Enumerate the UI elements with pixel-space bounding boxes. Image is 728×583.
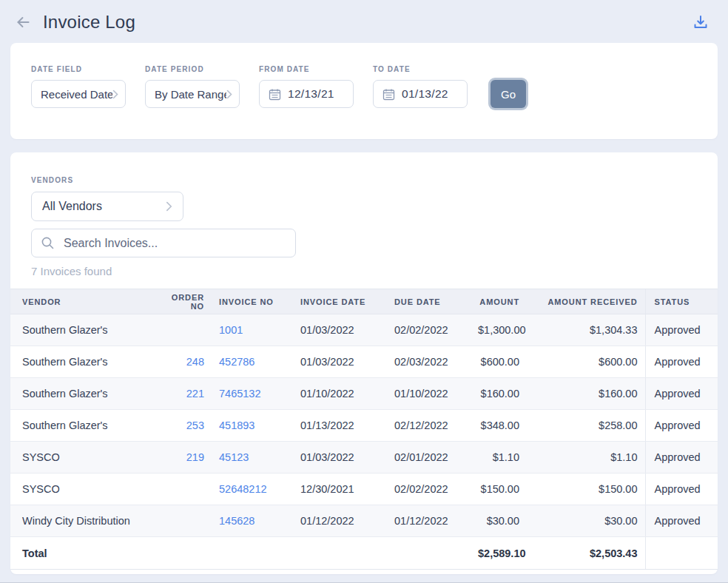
invoice-date-cell: 01/10/2022 bbox=[293, 378, 387, 410]
page-title: Invoice Log bbox=[43, 12, 135, 33]
date-period-select[interactable]: By Date Range bbox=[145, 80, 240, 108]
from-date-group: FROM DATE 12/13/21 bbox=[259, 65, 354, 108]
invoice-no-link[interactable]: 45123 bbox=[219, 451, 249, 463]
order-no-cell: 253 bbox=[151, 410, 212, 442]
vendor-cell: SYSCO bbox=[10, 474, 151, 505]
due-date-cell: 02/01/2022 bbox=[387, 442, 471, 474]
column-header-invoice-date: INVOICE DATE bbox=[293, 289, 387, 314]
to-date-value: 01/13/22 bbox=[402, 87, 448, 101]
status-cell: Approved bbox=[645, 346, 718, 378]
invoice-no-cell: 1001 bbox=[212, 314, 293, 346]
table-row: SYSCO5264821212/30/202102/02/2022$150.00… bbox=[10, 474, 718, 505]
chevron-right-icon bbox=[112, 90, 118, 99]
invoice-no-link[interactable]: 7465132 bbox=[219, 388, 260, 400]
date-field-select[interactable]: Received Date bbox=[31, 80, 126, 108]
calendar-icon bbox=[269, 88, 281, 101]
order-no-link[interactable]: 253 bbox=[186, 419, 204, 431]
invoice-table: VENDOR ORDER NO INVOICE NO INVOICE DATE … bbox=[10, 289, 718, 570]
vendor-cell: Southern Glazer's bbox=[10, 378, 151, 410]
date-field-label: DATE FIELD bbox=[31, 65, 126, 73]
invoice-no-cell: 45123 bbox=[212, 442, 293, 474]
invoice-date-cell: 12/30/2021 bbox=[293, 474, 387, 505]
amount-received-cell: $258.00 bbox=[527, 410, 645, 442]
amount-cell: $30.00 bbox=[471, 505, 527, 537]
table-header-row: VENDOR ORDER NO INVOICE NO INVOICE DATE … bbox=[10, 289, 718, 314]
order-no-link bbox=[151, 314, 212, 346]
date-field-value: Received Date bbox=[41, 88, 112, 101]
search-icon bbox=[41, 236, 55, 250]
order-no-cell: 219 bbox=[151, 442, 212, 474]
vendor-cell: SYSCO bbox=[10, 442, 151, 474]
to-date-label: TO DATE bbox=[373, 65, 468, 73]
invoice-no-link[interactable]: 451893 bbox=[219, 419, 255, 431]
date-field-group: DATE FIELD Received Date bbox=[31, 65, 126, 108]
amount-received-cell: $600.00 bbox=[527, 346, 645, 378]
invoice-no-cell: 52648212 bbox=[212, 474, 293, 505]
download-button[interactable] bbox=[688, 10, 713, 35]
status-cell: Approved bbox=[645, 314, 718, 346]
invoice-no-cell: 7465132 bbox=[212, 378, 293, 410]
status-cell: Approved bbox=[645, 474, 718, 505]
total-label: Total bbox=[10, 537, 151, 570]
column-header-order-no: ORDER NO bbox=[151, 289, 212, 314]
status-cell: Approved bbox=[645, 442, 718, 474]
results-count: 7 Invoices found bbox=[31, 265, 697, 277]
vendors-select[interactable]: All Vendors bbox=[31, 192, 183, 221]
table-row: Southern Glazer's24845278601/03/202202/0… bbox=[10, 346, 718, 378]
date-period-value: By Date Range bbox=[155, 88, 226, 101]
column-header-vendor: VENDOR bbox=[10, 289, 151, 314]
order-no-link[interactable]: 221 bbox=[186, 388, 204, 400]
back-button[interactable] bbox=[10, 10, 36, 35]
invoice-no-link[interactable]: 52648212 bbox=[219, 483, 267, 495]
download-icon bbox=[692, 13, 710, 31]
amount-cell: $1,300.00 bbox=[471, 314, 527, 346]
invoice-no-cell: 145628 bbox=[212, 505, 293, 537]
invoice-no-link[interactable]: 145628 bbox=[219, 515, 255, 527]
invoice-no-cell: 451893 bbox=[212, 410, 293, 442]
amount-received-cell: $1,304.33 bbox=[527, 314, 645, 346]
vendors-value: All Vendors bbox=[42, 200, 166, 213]
table-row: Southern Glazer's221746513201/10/202201/… bbox=[10, 378, 718, 410]
invoice-no-link[interactable]: 1001 bbox=[219, 324, 243, 336]
table-row: Southern Glazer's100101/03/202202/02/202… bbox=[10, 314, 718, 346]
total-row: Total $2,589.10 $2,503.43 bbox=[10, 537, 718, 570]
order-no-link[interactable]: 219 bbox=[186, 451, 204, 463]
search-input[interactable] bbox=[62, 236, 286, 251]
due-date-cell: 01/10/2022 bbox=[387, 378, 471, 410]
filters-card: DATE FIELD Received Date DATE PERIOD By … bbox=[10, 43, 718, 139]
table-row: Windy City Distribution14562801/12/20220… bbox=[10, 505, 718, 537]
go-button[interactable]: Go bbox=[491, 80, 526, 108]
column-header-invoice-no: INVOICE NO bbox=[212, 289, 293, 314]
amount-cell: $1.10 bbox=[471, 442, 527, 474]
order-no-cell: 248 bbox=[151, 346, 212, 378]
vendor-cell: Windy City Distribution bbox=[10, 505, 151, 537]
status-cell: Approved bbox=[645, 410, 718, 442]
from-date-value: 12/13/21 bbox=[288, 87, 334, 101]
invoice-date-cell: 01/03/2022 bbox=[293, 442, 387, 474]
top-bar: Invoice Log bbox=[0, 0, 728, 43]
search-box bbox=[31, 229, 296, 257]
to-date-group: TO DATE 01/13/22 bbox=[373, 65, 468, 108]
amount-received-cell: $160.00 bbox=[527, 378, 645, 410]
due-date-cell: 02/12/2022 bbox=[387, 410, 471, 442]
status-cell: Approved bbox=[645, 505, 718, 537]
order-no-link[interactable]: 248 bbox=[186, 356, 204, 368]
invoice-date-cell: 01/03/2022 bbox=[293, 346, 387, 378]
amount-cell: $348.00 bbox=[471, 410, 527, 442]
amount-cell: $600.00 bbox=[471, 346, 527, 378]
vendor-cell: Southern Glazer's bbox=[10, 314, 151, 346]
date-period-group: DATE PERIOD By Date Range bbox=[145, 65, 240, 108]
from-date-input[interactable]: 12/13/21 bbox=[259, 80, 354, 108]
amount-received-cell: $150.00 bbox=[527, 474, 645, 505]
chevron-right-icon bbox=[166, 201, 172, 212]
from-date-label: FROM DATE bbox=[259, 65, 354, 73]
chevron-right-icon bbox=[226, 90, 232, 99]
column-header-due-date: DUE DATE bbox=[387, 289, 471, 314]
amount-received-cell: $1.10 bbox=[527, 442, 645, 474]
amount-cell: $150.00 bbox=[471, 474, 527, 505]
to-date-input[interactable]: 01/13/22 bbox=[373, 80, 468, 108]
invoice-date-cell: 01/03/2022 bbox=[293, 314, 387, 346]
invoice-no-link[interactable]: 452786 bbox=[219, 356, 255, 368]
amount-cell: $160.00 bbox=[471, 378, 527, 410]
order-no-link bbox=[151, 474, 212, 505]
